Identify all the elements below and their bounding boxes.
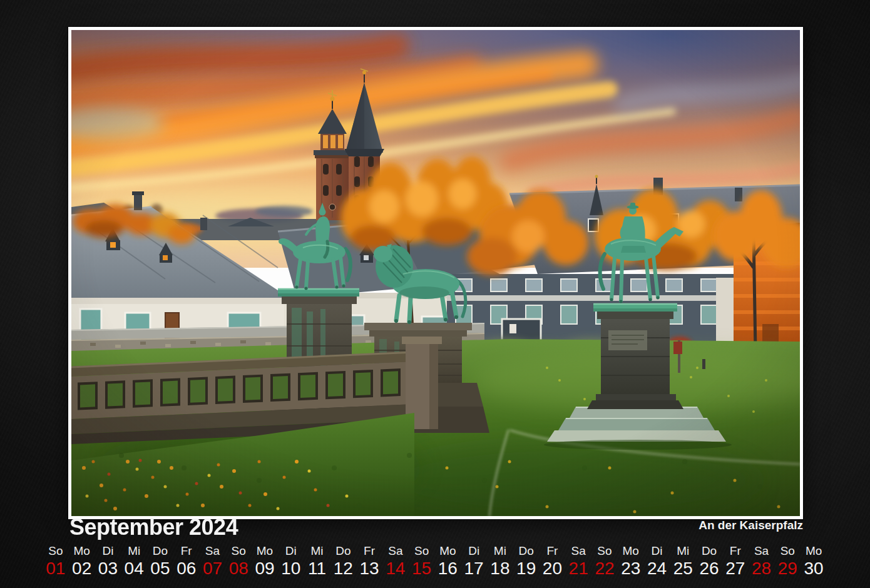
date-number: 29: [778, 559, 797, 578]
date-number: 12: [334, 559, 353, 578]
date-number: 14: [386, 559, 405, 578]
month-title: September 2024: [69, 514, 238, 540]
calendar-day: Mo 16: [434, 544, 461, 578]
date-number: 25: [673, 559, 693, 578]
date-number: 21: [569, 559, 588, 578]
weekday-label: Mo: [623, 544, 639, 558]
date-number: 22: [595, 559, 614, 578]
date-number: 19: [516, 559, 536, 578]
weekday-label: So: [232, 544, 246, 558]
weekday-label: So: [597, 544, 612, 558]
date-number: 28: [752, 559, 771, 578]
calendar-strip: So 01 Mo 02 Di 03 Mi 04 Do 05 Fr 06 Sa 0…: [43, 544, 827, 578]
calendar-day: Mo 30: [801, 544, 827, 578]
date-number: 24: [647, 559, 667, 578]
date-number: 20: [543, 559, 562, 578]
calendar-day: Do 19: [513, 544, 540, 578]
weekday-label: Sa: [754, 544, 769, 558]
weekday-label: Di: [102, 544, 113, 558]
calendar-day: Di 24: [644, 544, 670, 578]
date-number: 04: [125, 559, 144, 578]
weekday-label: Do: [335, 544, 351, 558]
calendar-page: September 2024 An der Kaiserpfalz So 01 …: [0, 0, 870, 588]
calendar-day: Sa 21: [565, 544, 591, 578]
date-number: 07: [203, 559, 222, 578]
calendar-day: Fr 13: [356, 544, 382, 578]
date-number: 30: [804, 559, 824, 578]
weekday-label: Do: [702, 544, 717, 558]
weekday-label: Sa: [571, 544, 586, 558]
date-number: 09: [255, 559, 274, 578]
weekday-label: So: [414, 544, 429, 558]
weekday-label: Mi: [128, 544, 140, 558]
weekday-label: Do: [519, 544, 534, 558]
weekday-label: Di: [652, 544, 663, 558]
weekday-label: Sa: [388, 544, 402, 558]
calendar-day: Mi 25: [670, 544, 696, 578]
calendar-day: Di 10: [278, 544, 304, 578]
weekday-label: So: [48, 544, 63, 558]
weekday-label: Fr: [181, 544, 192, 558]
calendar-day: Di 17: [461, 544, 487, 578]
photo-caption: An der Kaiserpfalz: [699, 519, 803, 532]
calendar-day: So 15: [409, 544, 435, 578]
calendar-day: Mo 23: [618, 544, 644, 578]
weekday-label: Fr: [364, 544, 375, 558]
weekday-label: Mi: [677, 544, 689, 558]
weekday-label: Di: [285, 544, 297, 558]
date-number: 26: [699, 559, 719, 578]
date-number: 10: [281, 559, 300, 578]
calendar-day: Do 12: [330, 544, 356, 578]
weekday-label: Mi: [494, 544, 506, 558]
calendar-day: Fr 27: [722, 544, 749, 578]
photo-frame: [68, 27, 803, 519]
date-number: 13: [359, 559, 379, 578]
calendar-day: Mi 11: [304, 544, 330, 578]
date-number: 27: [725, 559, 745, 578]
calendar-day: Mo 09: [252, 544, 278, 578]
calendar-day: So 01: [43, 544, 69, 578]
calendar-day: Sa 28: [749, 544, 775, 578]
calendar-day: Do 26: [696, 544, 722, 578]
date-number: 18: [490, 559, 509, 578]
kaiserpfalz-photo: [71, 30, 800, 516]
calendar-day: Fr 06: [173, 544, 200, 578]
date-number: 16: [438, 559, 458, 578]
weekday-label: Mi: [311, 544, 324, 558]
date-number: 11: [308, 559, 326, 578]
date-number: 23: [621, 559, 640, 578]
weekday-label: Mo: [257, 544, 273, 558]
weekday-label: Fr: [546, 544, 558, 558]
calendar-day: Di 03: [95, 544, 121, 578]
calendar-day: Mi 04: [121, 544, 147, 578]
calendar-day: Sa 07: [200, 544, 226, 578]
date-number: 02: [72, 559, 91, 578]
weekday-label: Mo: [806, 544, 822, 558]
calendar-day: Sa 14: [382, 544, 409, 578]
calendar-day: Mi 18: [487, 544, 513, 578]
weekday-label: Do: [153, 544, 168, 558]
calendar-day: So 08: [225, 544, 252, 578]
date-number: 03: [98, 559, 118, 578]
weekday-label: Fr: [730, 544, 741, 558]
date-number: 05: [150, 559, 170, 578]
weekday-label: Mo: [73, 544, 90, 558]
weekday-label: So: [780, 544, 795, 558]
date-number: 15: [412, 559, 431, 578]
photo-vignette: [71, 30, 800, 516]
calendar-day: Do 05: [147, 544, 173, 578]
calendar-day: Mo 02: [69, 544, 95, 578]
calendar-day: So 29: [774, 544, 801, 578]
date-number: 08: [229, 559, 248, 578]
weekday-label: Sa: [205, 544, 220, 558]
calendar-day: Fr 20: [540, 544, 566, 578]
weekday-label: Mo: [439, 544, 456, 558]
date-number: 06: [177, 559, 196, 578]
calendar-day: So 22: [591, 544, 618, 578]
date-number: 01: [46, 559, 65, 578]
date-number: 17: [464, 559, 484, 578]
weekday-label: Di: [468, 544, 479, 558]
